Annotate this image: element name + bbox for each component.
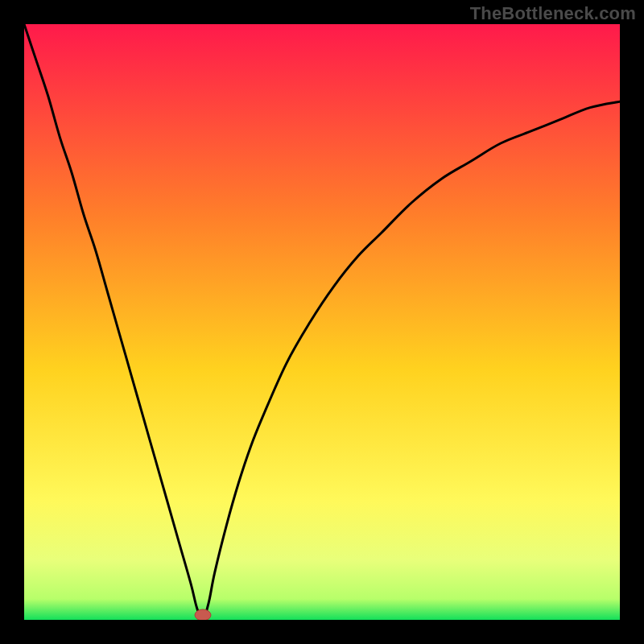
optimum-marker (195, 609, 211, 620)
chart-svg (24, 24, 620, 620)
watermark-text: TheBottleneck.com (470, 3, 636, 24)
gradient-background (24, 24, 620, 620)
chart-frame: TheBottleneck.com (0, 0, 644, 644)
plot-area (24, 24, 620, 620)
